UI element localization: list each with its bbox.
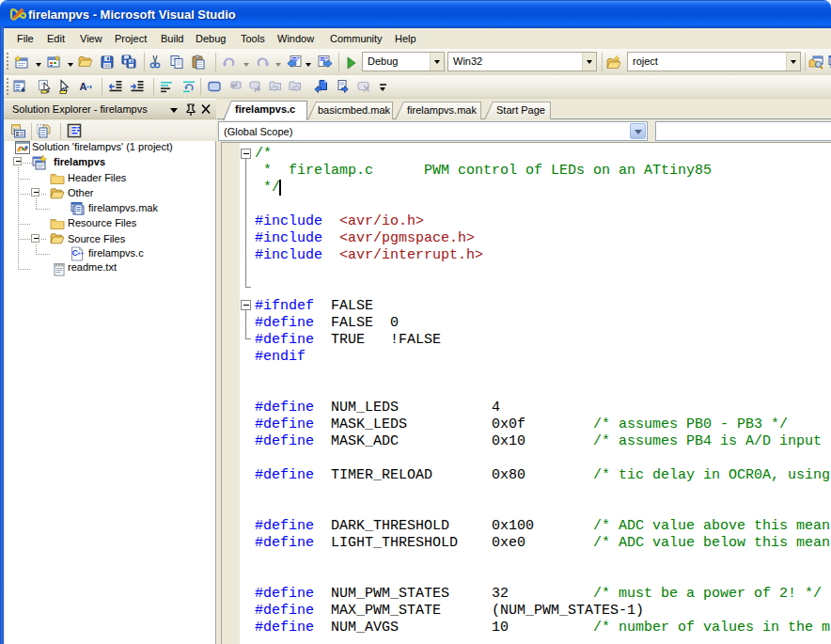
svg-text:++: ++ (77, 250, 85, 256)
svg-text:A: A (80, 81, 87, 92)
